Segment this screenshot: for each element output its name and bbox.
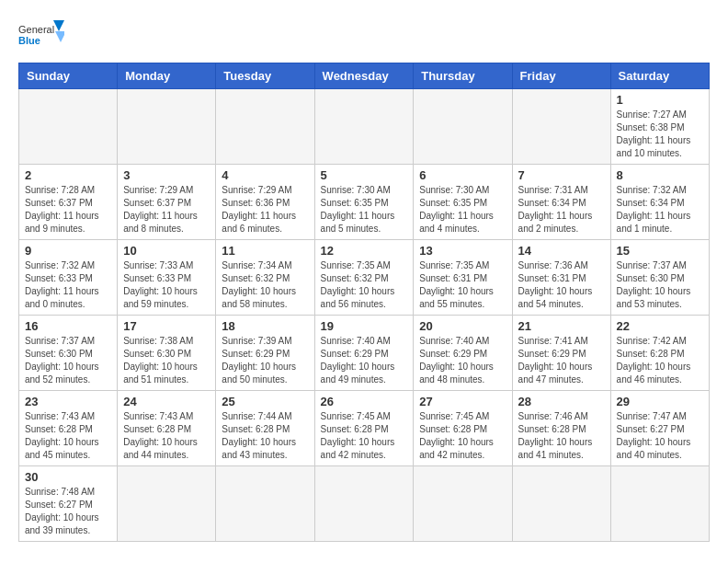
day-info: Sunrise: 7:32 AM Sunset: 6:33 PM Dayligh… — [25, 259, 111, 311]
calendar-day-cell: 5Sunrise: 7:30 AM Sunset: 6:35 PM Daylig… — [314, 165, 414, 240]
calendar-day-cell: 8Sunrise: 7:32 AM Sunset: 6:34 PM Daylig… — [610, 165, 709, 240]
calendar-day-cell — [216, 466, 314, 542]
day-info: Sunrise: 7:42 AM Sunset: 6:28 PM Dayligh… — [617, 335, 703, 386]
day-info: Sunrise: 7:40 AM Sunset: 6:29 PM Dayligh… — [419, 335, 506, 386]
calendar-day-cell: 10Sunrise: 7:33 AM Sunset: 6:33 PM Dayli… — [118, 240, 216, 316]
day-number: 18 — [222, 319, 308, 333]
calendar-day-cell: 1Sunrise: 7:27 AM Sunset: 6:38 PM Daylig… — [610, 89, 709, 165]
day-info: Sunrise: 7:33 AM Sunset: 6:33 PM Dayligh… — [123, 259, 210, 311]
day-info: Sunrise: 7:45 AM Sunset: 6:28 PM Dayligh… — [321, 410, 408, 462]
day-info: Sunrise: 7:47 AM Sunset: 6:27 PM Dayligh… — [617, 410, 703, 462]
calendar-week-row: 30Sunrise: 7:48 AM Sunset: 6:27 PM Dayli… — [19, 466, 710, 542]
calendar-day-cell — [610, 466, 709, 542]
day-info: Sunrise: 7:35 AM Sunset: 6:31 PM Dayligh… — [419, 259, 506, 311]
day-number: 22 — [617, 319, 703, 333]
calendar-day-cell: 21Sunrise: 7:41 AM Sunset: 6:29 PM Dayli… — [512, 316, 610, 391]
day-number: 15 — [617, 244, 703, 258]
day-info: Sunrise: 7:28 AM Sunset: 6:37 PM Dayligh… — [25, 184, 111, 236]
day-number: 29 — [617, 395, 703, 408]
calendar-day-cell: 19Sunrise: 7:40 AM Sunset: 6:29 PM Dayli… — [314, 316, 414, 391]
calendar-week-row: 9Sunrise: 7:32 AM Sunset: 6:33 PM Daylig… — [19, 240, 710, 316]
calendar-day-cell: 22Sunrise: 7:42 AM Sunset: 6:28 PM Dayli… — [610, 316, 709, 391]
svg-marker-3 — [55, 31, 64, 42]
day-number: 17 — [123, 319, 210, 333]
day-number: 19 — [321, 319, 408, 333]
day-number: 1 — [617, 93, 703, 107]
calendar-day-cell — [414, 466, 512, 542]
calendar-day-cell: 26Sunrise: 7:45 AM Sunset: 6:28 PM Dayli… — [314, 391, 414, 466]
day-info: Sunrise: 7:29 AM Sunset: 6:37 PM Dayligh… — [123, 184, 210, 236]
calendar-week-row: 1Sunrise: 7:27 AM Sunset: 6:38 PM Daylig… — [19, 89, 710, 165]
day-number: 25 — [222, 395, 308, 408]
day-number: 10 — [123, 244, 210, 258]
day-info: Sunrise: 7:48 AM Sunset: 6:27 PM Dayligh… — [25, 486, 111, 537]
day-info: Sunrise: 7:31 AM Sunset: 6:34 PM Dayligh… — [518, 184, 605, 236]
calendar-day-cell: 17Sunrise: 7:38 AM Sunset: 6:30 PM Dayli… — [118, 316, 216, 391]
day-number: 4 — [222, 168, 308, 182]
calendar-day-cell: 20Sunrise: 7:40 AM Sunset: 6:29 PM Dayli… — [414, 316, 512, 391]
day-number: 12 — [321, 244, 408, 258]
day-number: 11 — [222, 244, 308, 258]
day-info: Sunrise: 7:45 AM Sunset: 6:28 PM Dayligh… — [419, 410, 506, 462]
day-number: 24 — [123, 395, 210, 408]
calendar-day-cell: 27Sunrise: 7:45 AM Sunset: 6:28 PM Dayli… — [414, 391, 512, 466]
day-info: Sunrise: 7:37 AM Sunset: 6:30 PM Dayligh… — [617, 259, 703, 311]
calendar-day-cell: 13Sunrise: 7:35 AM Sunset: 6:31 PM Dayli… — [414, 240, 512, 316]
day-number: 8 — [617, 168, 703, 182]
day-info: Sunrise: 7:30 AM Sunset: 6:35 PM Dayligh… — [419, 184, 506, 236]
calendar-day-cell — [512, 466, 610, 542]
calendar-day-cell — [216, 89, 314, 165]
day-number: 16 — [25, 319, 111, 333]
day-info: Sunrise: 7:43 AM Sunset: 6:28 PM Dayligh… — [123, 410, 210, 462]
calendar-day-cell: 15Sunrise: 7:37 AM Sunset: 6:30 PM Dayli… — [610, 240, 709, 316]
day-number: 21 — [518, 319, 605, 333]
weekday-header-cell: Wednesday — [314, 63, 414, 89]
calendar-day-cell: 18Sunrise: 7:39 AM Sunset: 6:29 PM Dayli… — [216, 316, 314, 391]
calendar-body: 1Sunrise: 7:27 AM Sunset: 6:38 PM Daylig… — [19, 89, 710, 542]
day-info: Sunrise: 7:29 AM Sunset: 6:36 PM Dayligh… — [222, 184, 308, 236]
calendar-day-cell: 11Sunrise: 7:34 AM Sunset: 6:32 PM Dayli… — [216, 240, 314, 316]
day-number: 23 — [25, 395, 111, 408]
calendar-day-cell: 25Sunrise: 7:44 AM Sunset: 6:28 PM Dayli… — [216, 391, 314, 466]
day-info: Sunrise: 7:35 AM Sunset: 6:32 PM Dayligh… — [321, 259, 408, 311]
day-number: 30 — [25, 470, 111, 484]
calendar-table: SundayMondayTuesdayWednesdayThursdayFrid… — [18, 63, 710, 542]
calendar-day-cell: 29Sunrise: 7:47 AM Sunset: 6:27 PM Dayli… — [610, 391, 709, 466]
calendar-day-cell — [19, 89, 118, 165]
day-info: Sunrise: 7:30 AM Sunset: 6:35 PM Dayligh… — [321, 184, 408, 236]
calendar-day-cell: 30Sunrise: 7:48 AM Sunset: 6:27 PM Dayli… — [19, 466, 118, 542]
day-number: 3 — [123, 168, 210, 182]
calendar-day-cell — [314, 466, 414, 542]
day-info: Sunrise: 7:44 AM Sunset: 6:28 PM Dayligh… — [222, 410, 308, 462]
day-number: 5 — [321, 168, 408, 182]
calendar-day-cell: 14Sunrise: 7:36 AM Sunset: 6:31 PM Dayli… — [512, 240, 610, 316]
day-number: 26 — [321, 395, 408, 408]
weekday-header-cell: Monday — [118, 63, 216, 89]
page-header: General Blue — [18, 18, 710, 53]
day-info: Sunrise: 7:40 AM Sunset: 6:29 PM Dayligh… — [321, 335, 408, 386]
day-info: Sunrise: 7:46 AM Sunset: 6:28 PM Dayligh… — [518, 410, 605, 462]
day-info: Sunrise: 7:34 AM Sunset: 6:32 PM Dayligh… — [222, 259, 308, 311]
calendar-day-cell: 7Sunrise: 7:31 AM Sunset: 6:34 PM Daylig… — [512, 165, 610, 240]
calendar-week-row: 23Sunrise: 7:43 AM Sunset: 6:28 PM Dayli… — [19, 391, 710, 466]
calendar-day-cell — [414, 89, 512, 165]
calendar-day-cell: 4Sunrise: 7:29 AM Sunset: 6:36 PM Daylig… — [216, 165, 314, 240]
svg-text:Blue: Blue — [18, 35, 40, 46]
calendar-day-cell: 28Sunrise: 7:46 AM Sunset: 6:28 PM Dayli… — [512, 391, 610, 466]
calendar-day-cell — [314, 89, 414, 165]
svg-text:General: General — [18, 24, 54, 35]
calendar-week-row: 16Sunrise: 7:37 AM Sunset: 6:30 PM Dayli… — [19, 316, 710, 391]
calendar-day-cell — [118, 89, 216, 165]
day-number: 6 — [419, 168, 506, 182]
day-info: Sunrise: 7:27 AM Sunset: 6:38 PM Dayligh… — [617, 109, 703, 160]
day-info: Sunrise: 7:32 AM Sunset: 6:34 PM Dayligh… — [617, 184, 703, 236]
day-number: 7 — [518, 168, 605, 182]
weekday-header-row: SundayMondayTuesdayWednesdayThursdayFrid… — [19, 63, 710, 89]
day-info: Sunrise: 7:38 AM Sunset: 6:30 PM Dayligh… — [123, 335, 210, 386]
calendar-day-cell: 16Sunrise: 7:37 AM Sunset: 6:30 PM Dayli… — [19, 316, 118, 391]
day-info: Sunrise: 7:39 AM Sunset: 6:29 PM Dayligh… — [222, 335, 308, 386]
calendar-day-cell: 23Sunrise: 7:43 AM Sunset: 6:28 PM Dayli… — [19, 391, 118, 466]
day-number: 27 — [419, 395, 506, 408]
weekday-header-cell: Thursday — [414, 63, 512, 89]
calendar-day-cell: 9Sunrise: 7:32 AM Sunset: 6:33 PM Daylig… — [19, 240, 118, 316]
